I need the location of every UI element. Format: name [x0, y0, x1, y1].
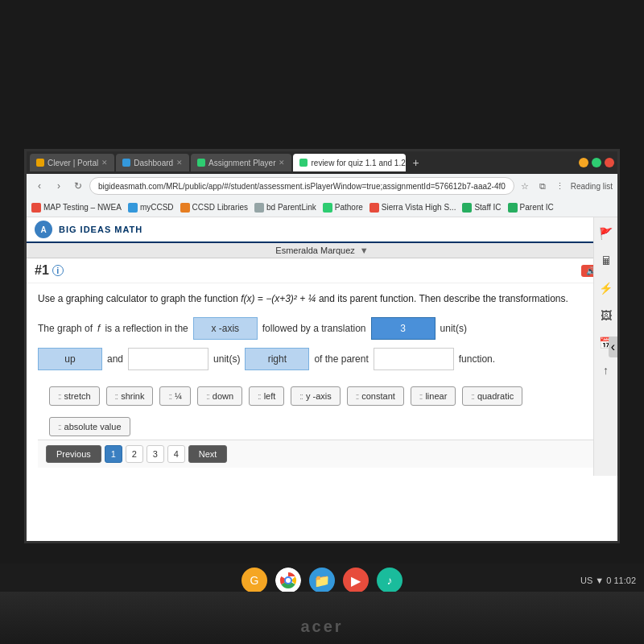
bookmark-parent-icon: [508, 203, 518, 213]
bookmark-myccsd[interactable]: myCCSD: [128, 203, 174, 213]
answer-2-value: 3: [400, 323, 406, 334]
drag-quarter[interactable]: :: ¼: [159, 386, 191, 406]
screen: Clever | Portal ✕ Dashboard ✕ Assignment…: [24, 149, 620, 543]
taskbar-chrome-icon[interactable]: [275, 568, 301, 593]
flag-icon[interactable]: 🚩: [597, 224, 616, 243]
drag-dots-3: ::: [168, 392, 171, 401]
bookmark-staff[interactable]: Staff IC: [462, 203, 501, 213]
drag-constant-label: constant: [361, 391, 395, 401]
bookmark-libraries-icon: [180, 203, 190, 213]
reload-button[interactable]: ↻: [70, 178, 86, 194]
maximize-button[interactable]: [592, 158, 601, 167]
drag-dots-5: ::: [258, 392, 261, 401]
laptop-frame: Clever | Portal ✕ Dashboard ✕ Assignment…: [0, 0, 644, 644]
laptop-bottom: acer: [0, 592, 644, 644]
bookmark-staff-label: Staff IC: [474, 203, 501, 212]
answer-box-5[interactable]: [374, 348, 454, 370]
answer-box-3[interactable]: up: [38, 348, 102, 370]
and-text: and: [107, 353, 123, 365]
forward-button[interactable]: ›: [51, 178, 67, 194]
tab-dashboard[interactable]: Dashboard ✕: [116, 154, 189, 171]
image-icon[interactable]: 🖼: [597, 306, 616, 325]
drag-down[interactable]: :: down: [197, 386, 242, 406]
tab-assignment-close[interactable]: ✕: [279, 159, 285, 167]
drag-y-axis[interactable]: :: y -axis: [291, 386, 340, 406]
statement-text: The graph of: [38, 323, 93, 334]
units-text-1: unit(s): [440, 323, 467, 334]
drag-constant[interactable]: :: constant: [347, 386, 404, 406]
answer-1-value: x -axis: [211, 323, 239, 334]
review-favicon: [299, 159, 308, 167]
tab-assignment-label: Assignment Player: [208, 159, 275, 167]
app-logo: A: [35, 221, 52, 238]
address-bar[interactable]: [89, 177, 514, 195]
question-info-icon[interactable]: i: [52, 265, 64, 276]
right-sidebar: 🚩 🖩 ⚡ 🖼 📅 ↑ ‹: [593, 217, 617, 476]
bookmark-parentlink[interactable]: bd ParentLink: [254, 203, 316, 213]
answer-box-4[interactable]: [128, 348, 208, 370]
bookmark-pathore[interactable]: Pathore: [323, 203, 363, 213]
answer-box-2[interactable]: 3: [371, 317, 436, 340]
tab-dashboard-close[interactable]: ✕: [176, 159, 183, 167]
tab-bar: Clever | Portal ✕ Dashboard ✕ Assignment…: [27, 151, 617, 174]
menu-icon[interactable]: ⋮: [553, 179, 568, 193]
drag-stretch[interactable]: :: stretch: [49, 386, 100, 406]
page-4-button[interactable]: 4: [167, 445, 185, 463]
taskbar-gmail-icon[interactable]: G: [242, 568, 267, 593]
drag-quadratic[interactable]: :: quadratic: [462, 386, 522, 406]
extension-icon[interactable]: ⧉: [535, 179, 550, 193]
user-dropdown-icon[interactable]: ▼: [360, 246, 369, 255]
page-3-button[interactable]: 3: [147, 445, 164, 463]
back-button[interactable]: ‹: [31, 178, 47, 194]
tab-clever-close[interactable]: ✕: [101, 159, 108, 167]
collapse-sidebar-button[interactable]: ‹: [609, 336, 617, 357]
bookmark-myccsd-icon: [128, 203, 138, 213]
taskbar-files-icon[interactable]: 📁: [309, 568, 335, 593]
taskbar-youtube-icon[interactable]: ▶: [343, 568, 369, 593]
minimize-button[interactable]: [579, 158, 588, 167]
drag-linear-label: linear: [425, 391, 447, 401]
calculator-icon[interactable]: 🖩: [597, 251, 616, 270]
drag-quadratic-label: quadratic: [477, 391, 514, 401]
page-1-button[interactable]: 1: [105, 445, 122, 463]
bookmark-sierra[interactable]: Sierra Vista High S...: [369, 203, 456, 213]
drag-absolute[interactable]: :: absolute value: [49, 417, 130, 436]
is-reflection-text: is a reflection in the: [105, 323, 188, 334]
arrow-icon[interactable]: ↑: [597, 361, 616, 380]
new-tab-button[interactable]: +: [407, 156, 423, 169]
drag-quarter-label: ¼: [175, 391, 182, 401]
bookmark-parent[interactable]: Parent IC: [508, 203, 554, 213]
drag-options-container: :: stretch :: shrink :: ¼ :: down: [38, 378, 606, 414]
info-sidebar-icon[interactable]: ⚡: [597, 279, 616, 298]
taskbar-music-icon[interactable]: ♪: [377, 568, 402, 593]
drag-options-row2: :: absolute value: [38, 414, 606, 440]
answer-box-1[interactable]: x -axis: [193, 317, 258, 340]
drag-linear[interactable]: :: linear: [411, 386, 456, 406]
drag-left[interactable]: :: left: [249, 386, 284, 406]
star-icon[interactable]: ☆: [518, 179, 532, 193]
svg-point-2: [286, 578, 291, 583]
user-name-bar: Esmeralda Marquez ▼: [27, 243, 617, 258]
f-italic: f: [97, 323, 100, 334]
tab-clever-label: Clever | Portal: [47, 159, 98, 167]
page-2-button[interactable]: 2: [126, 445, 143, 463]
acer-brand: acer: [300, 617, 343, 636]
browser-chrome: Clever | Portal ✕ Dashboard ✕ Assignment…: [27, 151, 617, 217]
previous-button[interactable]: Previous: [46, 445, 101, 463]
bookmark-parentlink-label: bd ParentLink: [266, 203, 316, 212]
bookmark-map-icon: [31, 203, 41, 213]
answer-box-right[interactable]: right: [245, 348, 309, 370]
drag-shrink[interactable]: :: shrink: [106, 386, 154, 406]
drag-dots-10: ::: [58, 423, 61, 431]
units-text-2: unit(s): [213, 353, 240, 365]
close-button[interactable]: [605, 158, 614, 167]
drag-dots-1: ::: [58, 392, 61, 401]
bookmark-map[interactable]: MAP Testing – NWEA: [31, 203, 122, 213]
next-button[interactable]: Next: [188, 445, 228, 463]
tab-review-active[interactable]: review for quiz 1.1 and 1.2 ✕: [293, 154, 406, 171]
right-value: right: [268, 353, 287, 365]
bookmark-libraries[interactable]: CCSD Libraries: [180, 203, 248, 213]
browser-icons: ☆ ⧉ ⋮: [518, 179, 568, 193]
tab-assignment[interactable]: Assignment Player ✕: [191, 154, 291, 171]
tab-clever[interactable]: Clever | Portal ✕: [30, 154, 114, 171]
